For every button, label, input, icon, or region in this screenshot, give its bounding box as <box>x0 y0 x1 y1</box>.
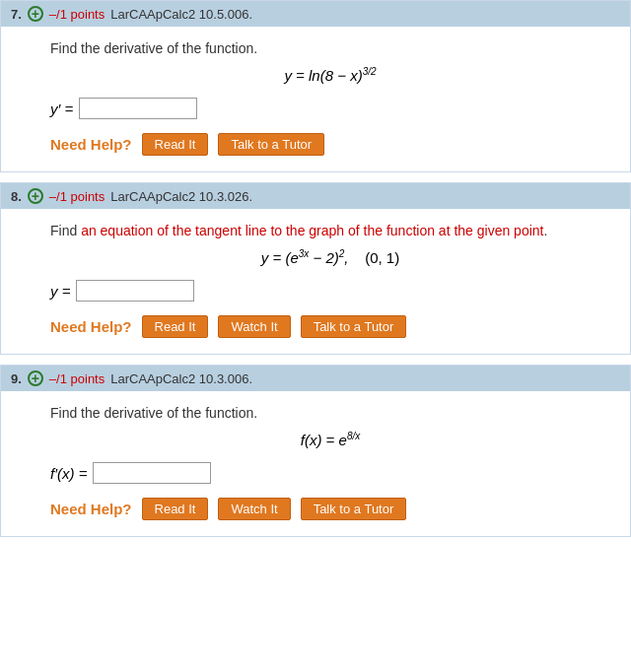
question-8-expand-icon[interactable]: + <box>28 188 43 204</box>
question-8: 8. + –/1 points LarCAApCalc2 10.3.026. F… <box>0 182 631 355</box>
question-8-answer-label: y = <box>50 283 70 300</box>
question-8-read-it-button[interactable]: Read It <box>142 315 209 338</box>
question-9: 9. + –/1 points LarCAApCalc2 10.3.006. F… <box>0 365 631 537</box>
question-8-need-help-row: Need Help? Read It Watch It Talk to a Tu… <box>50 315 610 338</box>
question-9-watch-it-button[interactable]: Watch It <box>218 498 290 520</box>
question-7-header: 7. + –/1 points LarCAApCalc2 10.5.006. <box>1 1 630 27</box>
question-8-header: 8. + –/1 points LarCAApCalc2 10.3.026. <box>1 183 630 209</box>
question-7-points: –/1 points <box>49 7 105 22</box>
question-7-need-help-row: Need Help? Read It Talk to a Tutor <box>50 133 610 156</box>
question-9-expand-icon[interactable]: + <box>28 370 43 386</box>
question-7-ref: LarCAApCalc2 10.5.006. <box>110 7 252 22</box>
question-9-prompt: Find the derivative of the function. <box>50 405 610 421</box>
question-8-watch-it-button[interactable]: Watch It <box>218 315 290 338</box>
question-7-math: y = ln(8 − x)3/2 <box>50 66 610 84</box>
question-9-body: Find the derivative of the function. f(x… <box>1 391 630 536</box>
question-8-number: 8. <box>11 189 22 204</box>
question-8-prompt-highlight: an equation of the tangent line to the g… <box>81 223 543 238</box>
question-8-ref: LarCAApCalc2 10.3.026. <box>110 189 252 204</box>
question-7-answer-label: y′ = <box>50 101 73 117</box>
question-8-need-help-label: Need Help? <box>50 318 132 335</box>
question-9-ref: LarCAApCalc2 10.3.006. <box>110 371 252 386</box>
question-7-prompt: Find the derivative of the function. <box>50 40 610 56</box>
question-7-talk-tutor-button[interactable]: Talk to a Tutor <box>218 133 324 156</box>
question-7-answer-row: y′ = <box>50 98 610 119</box>
question-9-math: f(x) = e8/x <box>50 431 610 448</box>
question-7-expand-icon[interactable]: + <box>28 6 43 22</box>
question-9-read-it-button[interactable]: Read It <box>142 498 209 520</box>
question-8-answer-input[interactable] <box>76 280 194 302</box>
question-9-need-help-row: Need Help? Read It Watch It Talk to a Tu… <box>50 498 610 520</box>
question-7-read-it-button[interactable]: Read It <box>142 133 209 156</box>
question-8-points: –/1 points <box>49 189 105 204</box>
question-7-number: 7. <box>11 7 22 22</box>
question-9-need-help-label: Need Help? <box>50 501 132 517</box>
question-8-prompt: Find an equation of the tangent line to … <box>50 223 610 238</box>
question-9-answer-input[interactable] <box>93 462 211 484</box>
question-9-points: –/1 points <box>49 371 105 386</box>
question-7-body: Find the derivative of the function. y =… <box>1 27 630 171</box>
question-9-talk-tutor-button[interactable]: Talk to a Tutor <box>301 498 407 520</box>
question-7-answer-input[interactable] <box>79 98 197 119</box>
question-8-math: y = (e3x − 2)2, (0, 1) <box>50 248 610 266</box>
question-9-answer-label: f′(x) = <box>50 465 87 482</box>
question-8-answer-row: y = <box>50 280 610 302</box>
question-7-need-help-label: Need Help? <box>50 136 132 153</box>
question-9-answer-row: f′(x) = <box>50 462 610 484</box>
question-9-number: 9. <box>11 371 22 386</box>
question-8-talk-tutor-button[interactable]: Talk to a Tutor <box>301 315 407 338</box>
question-8-body: Find an equation of the tangent line to … <box>1 209 630 354</box>
question-7: 7. + –/1 points LarCAApCalc2 10.5.006. F… <box>0 0 631 172</box>
question-9-header: 9. + –/1 points LarCAApCalc2 10.3.006. <box>1 366 630 391</box>
